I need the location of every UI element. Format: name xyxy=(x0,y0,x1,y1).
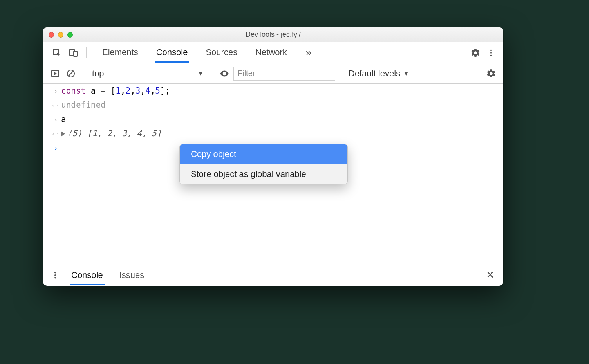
clear-console-icon[interactable] xyxy=(64,67,78,80)
device-toolbar-icon[interactable] xyxy=(67,46,80,59)
toggle-sidebar-icon[interactable] xyxy=(49,67,62,80)
context-label: top xyxy=(92,68,104,79)
output-chevron-icon: ‹· xyxy=(51,130,60,138)
drawer-tabs: Console Issues xyxy=(70,265,145,285)
divider xyxy=(83,68,83,79)
minimize-window-button[interactable] xyxy=(58,32,63,38)
input-chevron-icon: › xyxy=(54,87,58,95)
filter-input[interactable] xyxy=(233,67,335,81)
divider xyxy=(463,47,463,58)
divider xyxy=(86,47,87,58)
main-tabs: Elements Console Sources Network xyxy=(101,43,288,62)
console-input-row[interactable]: › const a = [1,2,3,4,5]; xyxy=(43,84,503,98)
tab-sources[interactable]: Sources xyxy=(205,43,238,62)
live-expression-eye-icon[interactable] xyxy=(218,67,231,80)
drawer-kebab-icon[interactable] xyxy=(49,268,62,282)
svg-point-9 xyxy=(224,72,225,74)
tab-elements[interactable]: Elements xyxy=(101,43,139,62)
console-output-row: ‹· undefined xyxy=(43,98,503,112)
undefined-value: undefined xyxy=(61,100,499,110)
input-chevron-icon: › xyxy=(54,115,58,124)
svg-point-5 xyxy=(490,54,492,56)
window-title: DevTools - jec.fyi/ xyxy=(43,31,503,39)
close-window-button[interactable] xyxy=(49,32,54,38)
settings-gear-icon[interactable] xyxy=(469,46,482,59)
inspect-element-icon[interactable] xyxy=(50,46,63,59)
titlebar: DevTools - jec.fyi/ xyxy=(43,27,503,42)
tab-network[interactable]: Network xyxy=(255,43,288,62)
code-line: a xyxy=(61,115,499,124)
code-line: const a = [1,2,3,4,5]; xyxy=(61,86,499,96)
console-input-row[interactable]: › a xyxy=(43,112,503,126)
console-settings-gear-icon[interactable] xyxy=(484,67,498,80)
drawer-tab-console[interactable]: Console xyxy=(70,265,104,285)
tab-console[interactable]: Console xyxy=(155,43,189,62)
levels-label: Default levels xyxy=(349,68,400,79)
main-tab-bar: Elements Console Sources Network » xyxy=(43,42,503,63)
svg-point-3 xyxy=(490,49,492,51)
array-value[interactable]: (5) [1, 2, 3, 4, 5] xyxy=(61,129,499,138)
prompt-chevron-icon: › xyxy=(50,143,61,152)
context-menu-store-global[interactable]: Store object as global variable xyxy=(180,164,347,184)
divider xyxy=(479,68,479,79)
devtools-window: DevTools - jec.fyi/ Elements Console Sou… xyxy=(43,27,503,286)
log-levels-select[interactable]: Default levels ▼ xyxy=(349,68,409,79)
more-tabs-button[interactable]: » xyxy=(303,47,314,59)
console-output: › const a = [1,2,3,4,5]; ‹· undefined › … xyxy=(43,84,503,264)
context-menu-copy-object[interactable]: Copy object xyxy=(180,144,347,164)
svg-line-8 xyxy=(69,71,74,76)
console-toolbar: top ▼ Default levels ▼ xyxy=(43,63,503,84)
traffic-lights xyxy=(49,32,73,38)
svg-point-11 xyxy=(54,274,56,276)
output-chevron-icon: ‹· xyxy=(51,101,60,109)
svg-point-12 xyxy=(54,277,56,278)
execution-context-select[interactable]: top ▼ xyxy=(89,67,206,80)
kebab-menu-icon[interactable] xyxy=(484,46,498,59)
expand-triangle-icon[interactable] xyxy=(61,131,65,137)
zoom-window-button[interactable] xyxy=(67,32,73,38)
dropdown-triangle-icon: ▼ xyxy=(198,70,203,77)
divider xyxy=(212,68,212,79)
svg-point-4 xyxy=(490,52,492,53)
drawer-tab-issues[interactable]: Issues xyxy=(119,265,145,285)
drawer-close-icon[interactable]: ✕ xyxy=(483,269,498,281)
dropdown-triangle-icon: ▼ xyxy=(403,70,409,77)
console-output-row[interactable]: ‹· (5) [1, 2, 3, 4, 5] xyxy=(43,126,503,141)
drawer-bar: Console Issues ✕ xyxy=(43,264,503,286)
svg-point-10 xyxy=(54,272,56,273)
svg-rect-2 xyxy=(74,51,77,56)
context-menu: Copy object Store object as global varia… xyxy=(179,144,348,184)
